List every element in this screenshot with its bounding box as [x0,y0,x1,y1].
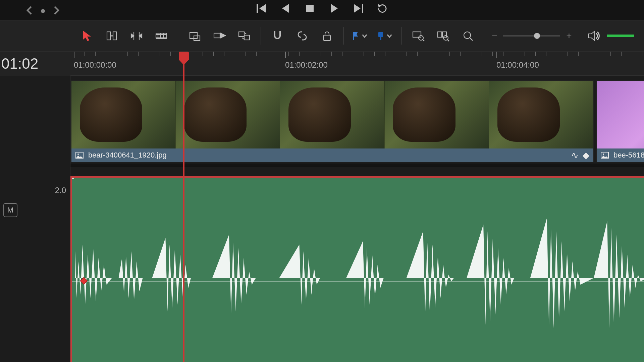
selection-tool-button[interactable] [79,28,95,44]
svg-point-32 [77,154,79,155]
svg-rect-26 [438,32,442,37]
svg-point-28 [443,36,448,40]
chevron-down-icon[interactable] [361,29,368,43]
insert-clip-button[interactable] [187,28,202,44]
go-end-button[interactable] [353,3,364,15]
chevron-down-icon[interactable] [386,29,393,43]
video-clip[interactable]: bear-3400641_1920.jpg ∿ ◆ [71,80,594,162]
loop-button[interactable] [377,3,388,15]
mute-button[interactable]: M [3,203,17,217]
svg-marker-12 [139,34,142,38]
image-icon [601,152,609,159]
svg-rect-0 [257,4,258,13]
transport-bar [0,0,644,20]
zoom-out-button[interactable]: − [492,31,497,41]
svg-marker-4 [331,4,338,13]
svg-point-34 [603,154,604,155]
ruler-label: 01:00:00:00 [74,60,116,70]
retime-curve-icon[interactable]: ∿ [571,150,579,161]
svg-rect-23 [380,37,381,40]
svg-rect-13 [156,33,167,39]
snap-toggle-button[interactable] [270,28,285,44]
ruler-label: 01:00:04:00 [496,60,539,70]
svg-rect-21 [353,32,354,40]
zoom-slider-thumb[interactable] [534,33,540,39]
go-start-button[interactable] [256,3,267,15]
flag-marker-button[interactable] [353,28,368,44]
volume-meter [607,35,634,37]
transport-controls [256,3,388,15]
svg-rect-3 [306,5,314,12]
svg-marker-5 [354,4,361,13]
speaker-icon[interactable] [586,28,602,44]
playhead-handle[interactable] [179,52,189,60]
marker-button[interactable] [377,28,393,44]
svg-rect-10 [113,32,116,40]
svg-rect-24 [413,32,421,37]
audio-level-line[interactable] [72,281,644,282]
play-reverse-button[interactable] [280,3,291,15]
history-forward-button[interactable] [50,5,62,17]
overwrite-clip-button[interactable] [212,28,227,44]
svg-marker-2 [282,4,289,13]
playhead[interactable] [183,52,184,362]
zoom-detail-button[interactable] [435,28,451,44]
clip-label-bar: bee-5618... [597,148,644,162]
ruler-label: 01:00:02:00 [285,60,328,70]
svg-rect-16 [214,33,220,38]
dynamic-trim-tool-button[interactable] [129,28,144,44]
trim-tool-button[interactable] [104,28,119,44]
zoom-in-button[interactable]: + [566,31,572,41]
image-icon [75,152,84,159]
track-divider [70,164,644,167]
history-nav [24,5,62,17]
track-area[interactable]: bear-3400641_1920.jpg ∿ ◆ bee-5618... [70,76,644,362]
svg-rect-20 [324,35,330,41]
clip-label-bar: bear-3400641_1920.jpg ∿ ◆ [71,148,593,162]
audio-waveform [72,178,644,358]
tools-toolbar: − + [0,20,644,52]
svg-marker-30 [589,31,595,41]
history-dot-icon [41,9,45,13]
svg-marker-8 [83,31,91,41]
svg-rect-19 [244,35,250,40]
video-clip[interactable]: bee-5618... [596,80,644,162]
svg-rect-6 [362,4,363,13]
audio-gain-label: 2.0 [55,186,66,195]
timeline-panel: 2.0 M bear-3400641_1920.jpg ∿ ◆ [0,76,644,362]
svg-marker-7 [378,4,381,8]
audio-clip[interactable] [70,176,644,362]
stop-button[interactable] [304,3,316,15]
keyframe-icon[interactable]: ◆ [583,150,589,161]
replace-clip-button[interactable] [236,28,252,44]
svg-rect-22 [378,32,383,37]
timeline-ruler[interactable]: 01:00:00:00 01:00:02:00 01:00:04:00 [0,52,644,76]
play-button[interactable] [328,3,340,15]
zoom-slider-track[interactable] [503,35,560,37]
history-back-button[interactable] [24,5,36,17]
svg-rect-18 [239,32,244,37]
clip-filename: bear-3400641_1920.jpg [88,151,167,160]
track-header-column: 2.0 M [0,76,70,362]
svg-point-29 [464,32,471,39]
clip-filename: bee-5618... [613,151,644,160]
svg-marker-1 [259,4,266,13]
zoom-slider[interactable]: − + [492,31,572,41]
svg-marker-17 [221,33,225,38]
zoom-custom-button[interactable] [460,28,476,44]
blade-tool-button[interactable] [154,28,169,44]
svg-marker-11 [131,34,134,38]
current-timecode: 01:02 [0,52,70,76]
svg-rect-9 [107,32,110,40]
zoom-full-button[interactable] [411,28,426,44]
lock-toggle-button[interactable] [319,28,335,44]
link-toggle-button[interactable] [294,28,310,44]
